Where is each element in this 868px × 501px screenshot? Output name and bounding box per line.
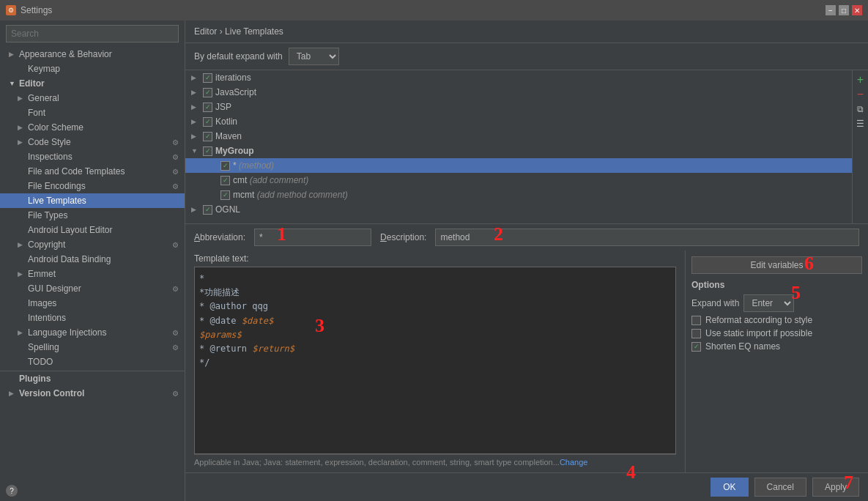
settings-icon: ⚙ [172, 182, 179, 190]
help-icon[interactable]: ? [6, 485, 18, 497]
template-item-cmt[interactable]: cmt (add comment) [185, 173, 852, 188]
reformat-checkbox[interactable] [691, 316, 701, 325]
template-group-jsp[interactable]: ▶ JSP [185, 100, 852, 114]
sidebar-item-gui-designer[interactable]: GUI Designer ⚙ [0, 281, 185, 296]
expand-arrow: ▶ [18, 270, 25, 278]
expand-toolbar: By default expand with Tab Enter Space [185, 43, 868, 70]
sidebar-item-color-scheme[interactable]: ▶ Color Scheme [0, 120, 185, 135]
sidebar-item-android-data[interactable]: Android Data Binding [0, 252, 185, 267]
shorten-eq-checkbox[interactable] [691, 342, 701, 352]
template-text-section: Template text: * *功能描述 * @author qqg * @… [185, 250, 685, 472]
template-item-method[interactable]: * (method) [185, 158, 852, 173]
template-line-6: * @return $return$ [199, 342, 671, 356]
sidebar-item-plugins[interactable]: Plugins [0, 371, 185, 386]
template-group-mygroup[interactable]: ▼ MyGroup [185, 144, 852, 158]
group-checkbox[interactable] [203, 205, 212, 215]
sidebar-item-code-style[interactable]: ▶ Code Style ⚙ [0, 135, 185, 149]
copy-template-button[interactable]: ⧉ [854, 103, 867, 116]
remove-template-button[interactable]: − [854, 88, 867, 101]
abbreviation-input[interactable] [254, 229, 371, 246]
search-input[interactable] [6, 25, 179, 42]
template-group-javascript[interactable]: ▶ JavaScript [185, 85, 852, 100]
breadcrumb: Editor › Live Templates [194, 26, 283, 37]
expand-select[interactable]: Tab Enter Space [289, 48, 339, 65]
template-textarea[interactable]: * *功能描述 * @author qqg * @date $date$ $pa… [194, 267, 676, 454]
sidebar-item-label: Plugins [19, 374, 51, 384]
sidebar-item-label: Android Data Binding [28, 254, 111, 264]
sidebar-item-label: TODO [28, 357, 53, 367]
sidebar-item-editor[interactable]: ▼ Editor [0, 76, 185, 91]
help-area: ? [0, 480, 185, 501]
sidebar-item-label: GUI Designer [28, 283, 81, 294]
sidebar-item-keymap[interactable]: Keymap [0, 62, 185, 76]
sidebar-item-version-control[interactable]: ▶ Version Control ⚙ [0, 386, 185, 401]
sidebar-item-spelling[interactable]: Spelling ⚙ [0, 340, 185, 355]
sidebar-item-label: Code Style [28, 137, 71, 147]
apply-button[interactable]: Apply [812, 478, 859, 497]
applicable-text: Applicable in Java; Java: statement, exp… [194, 458, 560, 467]
description-input[interactable] [435, 229, 859, 246]
item-checkbox[interactable] [220, 161, 230, 171]
sidebar-item-intentions[interactable]: Intentions [0, 311, 185, 325]
template-group-kotlin[interactable]: ▶ Kotlin [185, 114, 852, 129]
group-checkbox[interactable] [203, 117, 212, 127]
sidebar: ▶ Appearance & Behavior Keymap ▼ Editor … [0, 21, 185, 501]
shorten-eq-row: Shorten EQ names [691, 341, 862, 352]
item-checkbox[interactable] [220, 176, 230, 185]
sidebar-item-appearance[interactable]: ▶ Appearance & Behavior [0, 47, 185, 62]
template-body: Template text: * *功能描述 * @author qqg * @… [185, 250, 868, 472]
cancel-button[interactable]: Cancel [754, 478, 806, 497]
abbreviation-label: Abbreviation: [194, 232, 245, 242]
group-checkbox[interactable] [203, 73, 212, 83]
reformat-row: Reformat according to style [691, 315, 862, 325]
item-label: mcmt (add method comment) [233, 190, 348, 200]
sidebar-item-file-types[interactable]: File Types [0, 208, 185, 223]
applicable-row: Applicable in Java; Java: statement, exp… [194, 454, 676, 470]
sidebar-item-file-code-templates[interactable]: File and Code Templates ⚙ [0, 164, 185, 179]
sidebar-item-general[interactable]: ▶ General [0, 91, 185, 105]
sidebar-item-todo[interactable]: TODO [0, 355, 185, 369]
ok-button[interactable]: OK [711, 478, 748, 497]
expand-with-select[interactable]: Tab Enter Space [743, 294, 794, 312]
expand-icon: ▶ [191, 206, 200, 213]
static-import-row: Use static import if possible [691, 328, 862, 338]
group-checkbox[interactable] [203, 103, 212, 112]
sidebar-item-file-encodings[interactable]: File Encodings ⚙ [0, 179, 185, 193]
move-template-button[interactable]: ☰ [854, 117, 867, 130]
title-bar-left: ⚙ Settings [6, 5, 52, 15]
add-template-button[interactable]: + [854, 73, 867, 86]
template-group-ognl[interactable]: ▶ OGNL [185, 202, 852, 217]
sidebar-item-live-templates[interactable]: Live Templates [0, 193, 185, 208]
sidebar-item-inspections[interactable]: Inspections ⚙ [0, 149, 185, 164]
sidebar-item-images[interactable]: Images [0, 296, 185, 311]
variable-date: $date$ [242, 316, 273, 326]
sidebar-item-emmet[interactable]: ▶ Emmet [0, 267, 185, 281]
window-title: Settings [21, 5, 52, 15]
edit-variables-button[interactable]: Edit variables [691, 256, 862, 274]
change-link[interactable]: Change [560, 458, 588, 467]
minimize-button[interactable]: − [826, 5, 836, 15]
expand-arrow: ▶ [18, 94, 25, 102]
maximize-button[interactable]: □ [839, 5, 849, 15]
group-checkbox[interactable] [203, 146, 212, 156]
item-checkbox[interactable] [220, 190, 230, 200]
expand-icon: ▶ [191, 74, 200, 81]
group-checkbox[interactable] [203, 88, 212, 97]
options-panel: Edit variables Options Expand with Tab E… [685, 250, 868, 472]
window-controls: − □ ✕ [826, 5, 862, 15]
sidebar-item-copyright[interactable]: ▶ Copyright ⚙ [0, 237, 185, 252]
expand-icon: ▶ [191, 103, 200, 111]
group-checkbox[interactable] [203, 132, 212, 141]
template-group-iterations[interactable]: ▶ iterations [185, 70, 852, 85]
close-button[interactable]: ✕ [852, 5, 862, 15]
template-group-maven[interactable]: ▶ Maven [185, 129, 852, 144]
sidebar-item-android-layout[interactable]: Android Layout Editor [0, 223, 185, 237]
static-import-checkbox[interactable] [691, 329, 701, 338]
template-item-mcmt[interactable]: mcmt (add method comment) [185, 188, 852, 202]
sidebar-item-font[interactable]: Font [0, 105, 185, 120]
sidebar-item-label: Android Layout Editor [28, 225, 112, 235]
reformat-label: Reformat according to style [705, 315, 812, 325]
sidebar-item-language-injections[interactable]: ▶ Language Injections ⚙ [0, 325, 185, 340]
settings-icon: ⚙ [172, 390, 179, 398]
sidebar-item-label: File Encodings [28, 181, 86, 191]
